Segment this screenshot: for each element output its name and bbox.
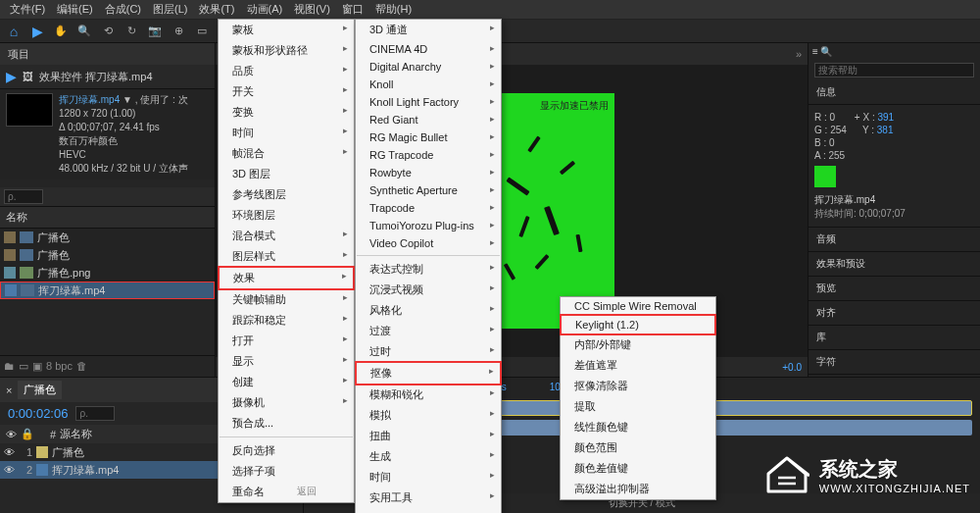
menu-switch[interactable]: 开关 (219, 81, 354, 102)
fx-digital-anarchy[interactable]: Digital Anarchy (356, 58, 501, 76)
key-advanced-spill[interactable]: 高级溢出抑制器 (561, 479, 715, 499)
home-icon[interactable]: ⌂ (6, 24, 22, 39)
menu-create[interactable]: 创建 (219, 372, 354, 392)
fx-time[interactable]: 时间 (356, 467, 501, 487)
fx-red-giant[interactable]: Red Giant (356, 111, 501, 128)
menu-precompose[interactable]: 预合成... (219, 413, 354, 434)
new-comp-icon[interactable]: ▣ (32, 360, 42, 373)
key-extract[interactable]: 提取 (561, 396, 715, 417)
eye-icon[interactable]: 👁 (4, 446, 15, 458)
menu-open[interactable]: 打开 (219, 331, 354, 351)
menu-track-stabilize[interactable]: 跟踪和稳定 (219, 310, 354, 331)
panel-library[interactable]: 库 (808, 326, 980, 350)
menu-composition[interactable]: 合成(C) (99, 0, 147, 19)
list-item[interactable]: 广播色 (0, 229, 215, 246)
interpret-footage-icon[interactable]: 🖿 (4, 360, 15, 373)
fx-immersive-video[interactable]: 沉浸式视频 (356, 280, 501, 300)
source-name-header[interactable]: 源名称 (60, 427, 92, 441)
fx-obsolete[interactable]: 过时 (356, 341, 501, 362)
exposure-value[interactable]: +0.0 (782, 362, 802, 373)
menu-effects[interactable]: 效果 (218, 266, 355, 290)
fx-tumoiyorozu[interactable]: TumoiYorozu Plug-ins (356, 217, 501, 234)
project-search-input[interactable] (4, 189, 43, 204)
fx-knoll[interactable]: Knoll (356, 76, 501, 93)
fx-knoll-light-factory[interactable]: Knoll Light Factory (356, 93, 501, 111)
fx-channel[interactable]: 通道 (356, 508, 501, 513)
menu-edit[interactable]: 编辑(E) (51, 0, 99, 19)
eye-icon[interactable]: 👁 (6, 429, 17, 440)
panel-align[interactable]: 对齐 (808, 301, 980, 326)
menu-frame-blend[interactable]: 帧混合 (219, 143, 354, 164)
menu-keyframe-assist[interactable]: 关键帧辅助 (219, 289, 354, 310)
menu-layer[interactable]: 图层(L) (147, 0, 193, 19)
list-item[interactable]: 广播色.png (0, 264, 215, 282)
rect-tool-icon[interactable]: ▭ (194, 24, 210, 39)
menu-file[interactable]: 文件(F) (4, 0, 51, 19)
fx-3d-channel[interactable]: 3D 通道 (356, 20, 501, 40)
menu-environment-layer[interactable]: 环境图层 (219, 205, 354, 226)
fx-transition[interactable]: 过渡 (356, 321, 501, 341)
menu-guide-layer[interactable]: 参考线图层 (219, 184, 354, 205)
fx-simulation[interactable]: 模拟 (356, 405, 501, 426)
menu-3d-layer[interactable]: 3D 图层 (219, 164, 354, 184)
key-inner-outer[interactable]: 内部/外部键 (561, 334, 715, 355)
key-linear-color[interactable]: 线性颜色键 (561, 417, 715, 437)
column-header-name[interactable]: 名称 (0, 206, 215, 229)
panel-character[interactable]: 字符 (808, 350, 980, 375)
menu-view[interactable]: 视图(V) (288, 0, 336, 19)
selection-tool-icon[interactable]: ▶ (29, 24, 45, 39)
menu-icon[interactable]: ≡ (812, 46, 818, 57)
list-item[interactable]: 广播色 (0, 246, 215, 264)
list-item[interactable]: 挥刀绿幕.mp4 (0, 282, 215, 299)
trash-icon[interactable]: 🗑 (76, 360, 87, 373)
key-cleaner[interactable]: 抠像清除器 (561, 376, 715, 396)
camera-tool-icon[interactable]: 📷 (147, 24, 163, 39)
close-icon[interactable]: × (6, 385, 12, 396)
fx-utility[interactable]: 实用工具 (356, 487, 501, 508)
zoom-tool-icon[interactable]: 🔍 (76, 24, 92, 39)
menu-blend-mode[interactable]: 混合模式 (219, 226, 354, 246)
info-section-header[interactable]: 信息 (808, 80, 980, 105)
tab-project[interactable]: 项目 (0, 44, 37, 65)
menu-quality[interactable]: 品质 (219, 61, 354, 81)
panel-audio[interactable]: 音频 (808, 228, 980, 252)
key-cc-wire-removal[interactable]: CC Simple Wire Removal (561, 297, 715, 315)
key-keylight[interactable]: Keylight (1.2) (560, 314, 716, 335)
panel-effects-presets[interactable]: 效果和预设 (808, 252, 980, 277)
orbit-tool-icon[interactable]: ⟲ (100, 24, 116, 39)
menu-animation[interactable]: 动画(A) (241, 0, 289, 19)
menu-effect[interactable]: 效果(T) (193, 0, 240, 19)
menu-reveal[interactable]: 显示 (219, 351, 354, 372)
comp-tab[interactable]: 广播色 (18, 381, 62, 399)
menu-invert-selection[interactable]: 反向选择 (219, 440, 354, 461)
key-difference-matte[interactable]: 差值遮罩 (561, 355, 715, 376)
menu-transform[interactable]: 变换 (219, 102, 354, 123)
menu-rename[interactable]: 重命名返回 (219, 482, 354, 502)
fx-cinema4d[interactable]: CINEMA 4D (356, 40, 501, 58)
pan-behind-tool-icon[interactable]: ⊕ (171, 24, 186, 39)
fx-expression-controls[interactable]: 表达式控制 (356, 259, 501, 280)
chevrons-icon[interactable]: » (796, 48, 802, 60)
bpc-icon[interactable]: 8 bpc (46, 360, 73, 373)
timeline-search[interactable] (75, 406, 115, 421)
lock-icon[interactable]: 🔒 (21, 428, 34, 440)
fx-stylize[interactable]: 风格化 (356, 300, 501, 321)
key-color-diff[interactable]: 颜色差值键 (561, 458, 715, 479)
fx-keying[interactable]: 抠像 (355, 361, 502, 385)
menu-time[interactable]: 时间 (219, 123, 354, 143)
menu-mask[interactable]: 蒙板 (219, 20, 354, 40)
new-folder-icon[interactable]: ▭ (19, 360, 28, 373)
menu-help[interactable]: 帮助(H) (369, 0, 417, 19)
play-icon[interactable]: ▶ (6, 69, 17, 84)
fx-blur-sharpen[interactable]: 模糊和锐化 (356, 385, 501, 405)
fx-trapcode[interactable]: Trapcode (356, 199, 501, 217)
fx-rg-trapcode[interactable]: RG Trapcode (356, 146, 501, 164)
key-color-range[interactable]: 颜色范围 (561, 437, 715, 458)
menu-window[interactable]: 窗口 (336, 0, 369, 19)
fx-distort[interactable]: 扭曲 (356, 426, 501, 446)
fx-rg-magic-bullet[interactable]: RG Magic Bullet (356, 128, 501, 146)
eye-icon[interactable]: 👁 (4, 464, 15, 476)
fx-video-copilot[interactable]: Video Copilot (356, 234, 501, 252)
menu-camera[interactable]: 摄像机 (219, 392, 354, 413)
menu-mask-shape-path[interactable]: 蒙板和形状路径 (219, 40, 354, 61)
